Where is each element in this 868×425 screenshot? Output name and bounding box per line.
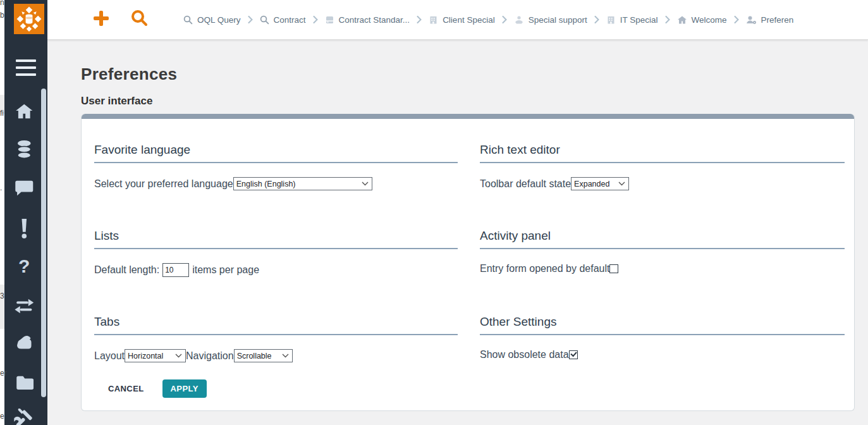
preferences-panel: Favorite language Select your preferred … (81, 114, 855, 411)
breadcrumb-item-special-support[interactable]: Special support (514, 15, 587, 25)
breadcrumb-label: Contract Standar... (339, 15, 410, 25)
chevron-right-icon (248, 16, 253, 23)
sidebar-item-transfer[interactable] (13, 295, 35, 317)
edge-text-fragment: e (0, 412, 4, 421)
section-favorite-language: Favorite language Select your preferred … (94, 142, 458, 192)
breadcrumb-item-welcome[interactable]: Welcome (677, 15, 727, 25)
search-icon (130, 9, 148, 27)
chevron-right-icon (313, 16, 318, 23)
entry-form-checkbox[interactable] (609, 264, 618, 273)
breadcrumb-item-it-special[interactable]: IT Special (606, 15, 658, 25)
sidebar-item-admin-tools[interactable] (13, 408, 35, 425)
plus-icon (92, 9, 110, 27)
panel-collapse-bar[interactable] (82, 114, 854, 119)
page-title: Preferences (81, 65, 177, 84)
sidebar-item-documents[interactable] (13, 371, 35, 393)
search-icon (183, 15, 193, 25)
tabs-navigation-label: Navigation (186, 350, 234, 362)
language-select[interactable]: English (English) (233, 177, 372, 190)
chevron-down-icon (175, 354, 182, 358)
breadcrumb-label: Special support (529, 15, 587, 25)
user-gear-icon (746, 15, 757, 25)
section-title-user-interface: User interface (81, 95, 152, 108)
chevron-down-icon (282, 354, 289, 358)
tabs-layout-select-value: Horizontal (128, 352, 163, 360)
background-page-sliver: n b fi . 3 er e (0, 0, 4, 425)
edge-text-fragment: fi (0, 109, 4, 118)
section-divider (94, 248, 458, 249)
section-heading: Tabs (94, 314, 119, 330)
tabs-layout-select[interactable]: Horizontal (125, 349, 186, 362)
entry-form-label: Entry form opened by default (480, 263, 609, 274)
section-tabs: Tabs Layout Horizontal Navigation Scroll… (94, 314, 458, 364)
breadcrumb-label: Client Special (443, 15, 495, 25)
show-obsolete-checkbox[interactable] (569, 350, 578, 359)
section-divider (480, 162, 845, 163)
section-divider (480, 248, 845, 249)
section-lists: Lists Default length: items per page (94, 228, 458, 278)
section-divider (94, 162, 458, 163)
default-length-input[interactable] (162, 263, 189, 277)
top-toolbar: OQL Query Contract Contract Standar... C… (47, 0, 868, 40)
chevron-right-icon (734, 16, 739, 23)
chevron-down-icon (618, 182, 625, 186)
apply-button[interactable]: APPLY (162, 379, 207, 398)
chevron-right-icon (417, 16, 422, 23)
tabs-navigation-select[interactable]: Scrollable (234, 349, 293, 362)
breadcrumb-item-client-special[interactable]: Client Special (429, 15, 495, 25)
sidebar-item-data[interactable] (13, 139, 35, 161)
breadcrumb-item-preferences[interactable]: Preferen (746, 15, 794, 25)
sidebar: ? (4, 0, 47, 425)
section-heading: Rich text editor (480, 142, 560, 158)
items-per-page-label: items per page (192, 264, 259, 276)
create-new-button[interactable] (92, 9, 110, 30)
edge-text-fragment: b (0, 11, 4, 20)
folder-icon (15, 374, 34, 390)
cancel-button[interactable]: CANCEL (101, 379, 152, 398)
show-obsolete-label: Show obsolete data (480, 349, 569, 360)
chevron-right-icon (665, 16, 670, 23)
section-heading: Favorite language (94, 142, 190, 158)
comment-icon (15, 179, 34, 197)
tools-icon (14, 409, 34, 425)
menu-toggle-button[interactable] (16, 59, 36, 80)
section-divider (94, 334, 458, 335)
section-heading: Other Settings (480, 314, 556, 330)
chevron-down-icon (362, 182, 369, 186)
default-length-label: Default length: (94, 264, 159, 276)
sidebar-item-services[interactable] (13, 333, 35, 355)
section-divider (480, 334, 845, 335)
toolbar-state-label: Toolbar default state (480, 178, 571, 190)
form-actions: CANCEL APPLY (94, 377, 845, 400)
menu-bars-icon (16, 59, 36, 76)
main-content: Preferences User interface Favorite lang… (47, 39, 868, 425)
breadcrumb-item-contract[interactable]: Contract (260, 15, 306, 25)
sidebar-item-messages[interactable] (13, 177, 35, 199)
exclamation-icon (20, 218, 28, 239)
itop-logo[interactable] (14, 4, 44, 34)
breadcrumb-item-contract-standard[interactable]: Contract Standar... (325, 15, 410, 25)
drive-icon (325, 15, 334, 25)
tabs-navigation-select-value: Scrollable (237, 352, 272, 360)
search-icon (260, 15, 269, 25)
itop-preferences-screen: n b fi . 3 er e (0, 0, 868, 425)
global-search-button[interactable] (130, 9, 148, 30)
language-select-value: English (English) (236, 180, 296, 188)
database-icon (15, 140, 34, 160)
language-label: Select your preferred language (94, 178, 233, 190)
toolbar-state-select[interactable]: Expanded (571, 177, 629, 190)
breadcrumb-label: IT Special (620, 15, 658, 25)
toolbar-state-select-value: Expanded (574, 180, 609, 188)
chevron-right-icon (502, 16, 507, 23)
section-activity-panel: Activity panel Entry form opened by defa… (480, 228, 845, 278)
helping-hand-icon (14, 335, 34, 354)
breadcrumb-label: Welcome (692, 15, 727, 25)
sidebar-item-alerts[interactable] (13, 218, 35, 239)
section-heading: Lists (94, 228, 119, 244)
edge-text-fragment: er (0, 369, 7, 378)
sidebar-item-home[interactable] (13, 101, 35, 122)
breadcrumb-item-oql-query[interactable]: OQL Query (183, 15, 241, 25)
breadcrumb-label: Preferen (761, 15, 794, 25)
sidebar-scrollbar[interactable] (41, 89, 46, 397)
sidebar-item-help[interactable]: ? (13, 256, 35, 277)
